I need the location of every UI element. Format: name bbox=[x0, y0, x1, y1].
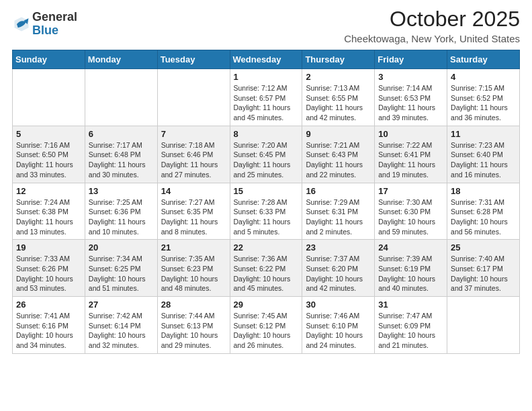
day-info: Sunrise: 7:47 AM Sunset: 6:09 PM Dayligh… bbox=[378, 311, 443, 351]
calendar-cell: 19Sunrise: 7:33 AM Sunset: 6:26 PM Dayli… bbox=[13, 240, 85, 297]
day-info: Sunrise: 7:20 AM Sunset: 6:45 PM Dayligh… bbox=[234, 140, 299, 180]
calendar-cell: 4Sunrise: 7:15 AM Sunset: 6:52 PM Daylig… bbox=[447, 69, 520, 126]
calendar-cell: 15Sunrise: 7:28 AM Sunset: 6:33 PM Dayli… bbox=[230, 183, 302, 240]
day-info: Sunrise: 7:46 AM Sunset: 6:10 PM Dayligh… bbox=[306, 311, 371, 351]
day-info: Sunrise: 7:45 AM Sunset: 6:12 PM Dayligh… bbox=[234, 311, 299, 351]
calendar-cell: 1Sunrise: 7:12 AM Sunset: 6:57 PM Daylig… bbox=[230, 69, 302, 126]
day-info: Sunrise: 7:15 AM Sunset: 6:52 PM Dayligh… bbox=[451, 83, 516, 123]
day-number: 23 bbox=[306, 242, 371, 253]
day-number: 30 bbox=[306, 300, 371, 310]
day-number: 5 bbox=[16, 129, 81, 139]
calendar-cell: 29Sunrise: 7:45 AM Sunset: 6:12 PM Dayli… bbox=[230, 297, 302, 354]
day-number: 16 bbox=[306, 186, 371, 196]
col-sunday: Sunday bbox=[13, 50, 85, 69]
calendar-cell: 10Sunrise: 7:22 AM Sunset: 6:41 PM Dayli… bbox=[375, 126, 447, 183]
calendar-cell: 21Sunrise: 7:35 AM Sunset: 6:23 PM Dayli… bbox=[157, 240, 230, 297]
logo-blue-text: Blue bbox=[32, 24, 77, 38]
logo-text: General Blue bbox=[32, 11, 77, 38]
calendar-cell: 30Sunrise: 7:46 AM Sunset: 6:10 PM Dayli… bbox=[302, 297, 375, 354]
day-info: Sunrise: 7:21 AM Sunset: 6:43 PM Dayligh… bbox=[306, 140, 371, 180]
day-number: 12 bbox=[16, 186, 81, 196]
col-tuesday: Tuesday bbox=[157, 50, 230, 69]
day-number: 3 bbox=[378, 72, 443, 82]
calendar-cell: 26Sunrise: 7:41 AM Sunset: 6:16 PM Dayli… bbox=[13, 297, 85, 354]
day-info: Sunrise: 7:42 AM Sunset: 6:14 PM Dayligh… bbox=[89, 311, 154, 351]
calendar-cell bbox=[85, 69, 157, 126]
calendar-cell bbox=[157, 69, 230, 126]
day-info: Sunrise: 7:35 AM Sunset: 6:23 PM Dayligh… bbox=[161, 254, 226, 293]
day-number: 17 bbox=[378, 186, 443, 196]
day-number: 19 bbox=[16, 242, 81, 253]
calendar-cell: 2Sunrise: 7:13 AM Sunset: 6:55 PM Daylig… bbox=[302, 69, 375, 126]
calendar-cell: 9Sunrise: 7:21 AM Sunset: 6:43 PM Daylig… bbox=[302, 126, 375, 183]
calendar-cell: 23Sunrise: 7:37 AM Sunset: 6:20 PM Dayli… bbox=[302, 240, 375, 297]
col-wednesday: Wednesday bbox=[230, 50, 302, 69]
day-number: 26 bbox=[16, 300, 81, 310]
day-number: 9 bbox=[306, 129, 371, 139]
col-monday: Monday bbox=[85, 50, 157, 69]
day-info: Sunrise: 7:25 AM Sunset: 6:36 PM Dayligh… bbox=[89, 197, 154, 237]
day-number: 29 bbox=[234, 300, 299, 310]
calendar-cell: 3Sunrise: 7:14 AM Sunset: 6:53 PM Daylig… bbox=[375, 69, 447, 126]
calendar-cell: 6Sunrise: 7:17 AM Sunset: 6:48 PM Daylig… bbox=[85, 126, 157, 183]
day-number: 14 bbox=[161, 186, 226, 196]
day-number: 6 bbox=[89, 129, 154, 139]
day-number: 28 bbox=[161, 300, 226, 310]
calendar-table: Sunday Monday Tuesday Wednesday Thursday… bbox=[12, 50, 520, 354]
col-thursday: Thursday bbox=[302, 50, 375, 69]
day-info: Sunrise: 7:16 AM Sunset: 6:50 PM Dayligh… bbox=[16, 140, 81, 180]
day-info: Sunrise: 7:39 AM Sunset: 6:19 PM Dayligh… bbox=[378, 254, 443, 293]
calendar-cell: 31Sunrise: 7:47 AM Sunset: 6:09 PM Dayli… bbox=[375, 297, 447, 354]
calendar-cell bbox=[13, 69, 85, 126]
logo-general-text: General bbox=[32, 11, 77, 24]
calendar-cell: 20Sunrise: 7:34 AM Sunset: 6:25 PM Dayli… bbox=[85, 240, 157, 297]
calendar-cell bbox=[447, 297, 520, 354]
calendar-cell: 18Sunrise: 7:31 AM Sunset: 6:28 PM Dayli… bbox=[447, 183, 520, 240]
calendar-cell: 14Sunrise: 7:27 AM Sunset: 6:35 PM Dayli… bbox=[157, 183, 230, 240]
day-info: Sunrise: 7:40 AM Sunset: 6:17 PM Dayligh… bbox=[451, 254, 516, 293]
day-number: 1 bbox=[234, 72, 299, 82]
day-number: 15 bbox=[234, 186, 299, 196]
logo-icon bbox=[12, 15, 31, 34]
calendar-cell: 27Sunrise: 7:42 AM Sunset: 6:14 PM Dayli… bbox=[85, 297, 157, 354]
day-info: Sunrise: 7:24 AM Sunset: 6:38 PM Dayligh… bbox=[16, 197, 81, 237]
day-number: 11 bbox=[451, 129, 516, 139]
calendar-cell: 16Sunrise: 7:29 AM Sunset: 6:31 PM Dayli… bbox=[302, 183, 375, 240]
col-friday: Friday bbox=[375, 50, 447, 69]
day-number: 10 bbox=[378, 129, 443, 139]
col-saturday: Saturday bbox=[447, 50, 520, 69]
calendar-cell: 17Sunrise: 7:30 AM Sunset: 6:30 PM Dayli… bbox=[375, 183, 447, 240]
logo: General Blue bbox=[12, 11, 77, 38]
page: General Blue October 2025 Cheektowaga, N… bbox=[0, 0, 532, 411]
calendar-week-row: 1Sunrise: 7:12 AM Sunset: 6:57 PM Daylig… bbox=[13, 69, 520, 126]
day-info: Sunrise: 7:22 AM Sunset: 6:41 PM Dayligh… bbox=[378, 140, 443, 180]
day-number: 2 bbox=[306, 72, 371, 82]
day-info: Sunrise: 7:44 AM Sunset: 6:13 PM Dayligh… bbox=[161, 311, 226, 351]
day-info: Sunrise: 7:29 AM Sunset: 6:31 PM Dayligh… bbox=[306, 197, 371, 237]
calendar-header-row: Sunday Monday Tuesday Wednesday Thursday… bbox=[13, 50, 520, 69]
calendar-cell: 11Sunrise: 7:23 AM Sunset: 6:40 PM Dayli… bbox=[447, 126, 520, 183]
day-number: 4 bbox=[451, 72, 516, 82]
calendar-cell: 5Sunrise: 7:16 AM Sunset: 6:50 PM Daylig… bbox=[13, 126, 85, 183]
calendar-cell: 13Sunrise: 7:25 AM Sunset: 6:36 PM Dayli… bbox=[85, 183, 157, 240]
day-number: 24 bbox=[378, 242, 443, 253]
day-info: Sunrise: 7:17 AM Sunset: 6:48 PM Dayligh… bbox=[89, 140, 154, 180]
day-info: Sunrise: 7:12 AM Sunset: 6:57 PM Dayligh… bbox=[234, 83, 299, 123]
day-info: Sunrise: 7:13 AM Sunset: 6:55 PM Dayligh… bbox=[306, 83, 371, 123]
calendar-week-row: 19Sunrise: 7:33 AM Sunset: 6:26 PM Dayli… bbox=[13, 240, 520, 297]
day-number: 31 bbox=[378, 300, 443, 310]
day-number: 8 bbox=[234, 129, 299, 139]
calendar-cell: 12Sunrise: 7:24 AM Sunset: 6:38 PM Dayli… bbox=[13, 183, 85, 240]
calendar-cell: 22Sunrise: 7:36 AM Sunset: 6:22 PM Dayli… bbox=[230, 240, 302, 297]
day-info: Sunrise: 7:33 AM Sunset: 6:26 PM Dayligh… bbox=[16, 254, 81, 293]
day-info: Sunrise: 7:37 AM Sunset: 6:20 PM Dayligh… bbox=[306, 254, 371, 293]
header: General Blue October 2025 Cheektowaga, N… bbox=[12, 7, 520, 44]
day-info: Sunrise: 7:27 AM Sunset: 6:35 PM Dayligh… bbox=[161, 197, 226, 237]
calendar-week-row: 12Sunrise: 7:24 AM Sunset: 6:38 PM Dayli… bbox=[13, 183, 520, 240]
calendar-week-row: 26Sunrise: 7:41 AM Sunset: 6:16 PM Dayli… bbox=[13, 297, 520, 354]
day-number: 7 bbox=[161, 129, 226, 139]
day-info: Sunrise: 7:14 AM Sunset: 6:53 PM Dayligh… bbox=[378, 83, 443, 123]
title-block: October 2025 Cheektowaga, New York, Unit… bbox=[344, 7, 520, 44]
calendar-cell: 28Sunrise: 7:44 AM Sunset: 6:13 PM Dayli… bbox=[157, 297, 230, 354]
calendar-cell: 25Sunrise: 7:40 AM Sunset: 6:17 PM Dayli… bbox=[447, 240, 520, 297]
